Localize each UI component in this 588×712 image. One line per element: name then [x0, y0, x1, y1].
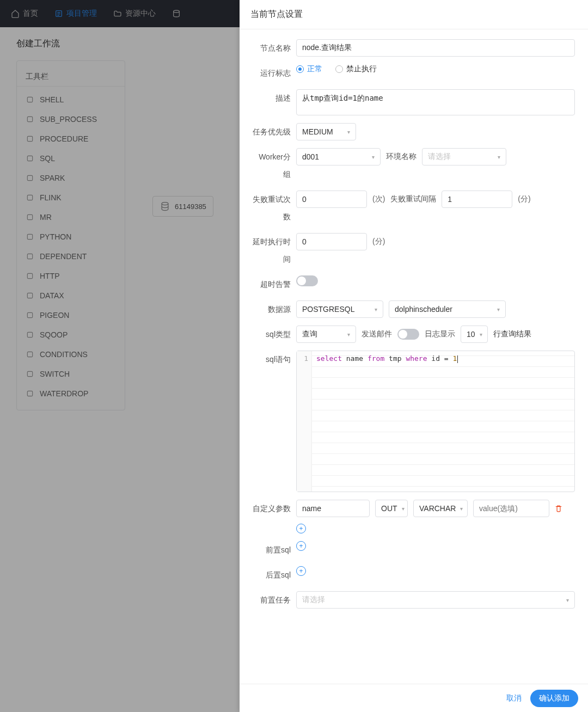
- label-delay: 延时执行时间: [253, 233, 296, 268]
- radio-forbid[interactable]: 禁止执行: [335, 64, 377, 74]
- label-desc: 描述: [253, 89, 296, 107]
- cancel-button[interactable]: 取消: [506, 693, 522, 703]
- param-value-input[interactable]: [473, 500, 549, 517]
- delete-param-icon[interactable]: [555, 505, 562, 512]
- timeout-switch[interactable]: [296, 275, 318, 286]
- priority-select[interactable]: MEDIUM▾: [296, 123, 356, 140]
- param-name-input[interactable]: [296, 500, 370, 517]
- radio-normal[interactable]: 正常: [296, 64, 322, 74]
- label-worker-group: Worker分组: [253, 148, 296, 183]
- label-pre-sql: 前置sql: [253, 541, 296, 558]
- datasource-type-select[interactable]: POSTGRESQL▾: [296, 300, 383, 318]
- label-datasource: 数据源: [253, 300, 296, 318]
- label-custom-param: 自定义参数: [253, 500, 296, 517]
- label-priority: 任务优先级: [253, 123, 296, 140]
- add-pre-sql-button[interactable]: +: [296, 541, 306, 551]
- sql-editor[interactable]: 1 select name from tmp where id = 1: [296, 351, 575, 492]
- log-rows-select[interactable]: 10▾: [461, 326, 488, 343]
- label-sql-statement: sql语句: [253, 351, 296, 368]
- add-param-button[interactable]: +: [296, 524, 306, 533]
- param-dir-select[interactable]: OUT▾: [375, 500, 408, 517]
- label-retry-count: 失败重试次数: [253, 191, 296, 225]
- retry-interval-input[interactable]: [442, 191, 512, 208]
- desc-textarea[interactable]: [296, 89, 575, 115]
- datasource-name-select[interactable]: dolphinscheduler▾: [389, 300, 506, 318]
- node-name-input[interactable]: [296, 39, 575, 57]
- label-env-name: 环境名称: [386, 152, 416, 162]
- label-timeout: 超时告警: [253, 275, 296, 293]
- sql-type-select[interactable]: 查询▾: [296, 326, 356, 343]
- drawer-title: 当前节点设置: [240, 0, 588, 29]
- label-log-display: 日志显示: [425, 329, 455, 339]
- node-settings-drawer: 当前节点设置 节点名称 运行标志 正常 禁止执行 描述 任务优先级 MEDIUM…: [240, 0, 588, 712]
- sql-text: select name from tmp where id = 1: [312, 351, 574, 492]
- send-mail-switch[interactable]: [397, 329, 419, 340]
- label-send-mail: 发送邮件: [362, 329, 392, 339]
- confirm-button[interactable]: 确认添加: [530, 690, 578, 707]
- param-type-select[interactable]: VARCHAR▾: [413, 500, 468, 517]
- env-name-select[interactable]: 请选择▾: [422, 148, 506, 165]
- delay-input[interactable]: [296, 233, 367, 250]
- retry-count-input[interactable]: [296, 191, 367, 208]
- label-post-sql: 后置sql: [253, 566, 296, 584]
- label-run-flag: 运行标志: [253, 64, 296, 82]
- worker-group-select[interactable]: d001▾: [296, 148, 381, 165]
- label-pre-task: 前置任务: [253, 591, 296, 609]
- label-sql-type: sql类型: [253, 326, 296, 343]
- add-post-sql-button[interactable]: +: [296, 566, 306, 576]
- label-retry-interval: 失败重试间隔: [390, 194, 436, 204]
- pre-task-select[interactable]: 请选择▾: [296, 591, 575, 609]
- label-node-name: 节点名称: [253, 39, 296, 57]
